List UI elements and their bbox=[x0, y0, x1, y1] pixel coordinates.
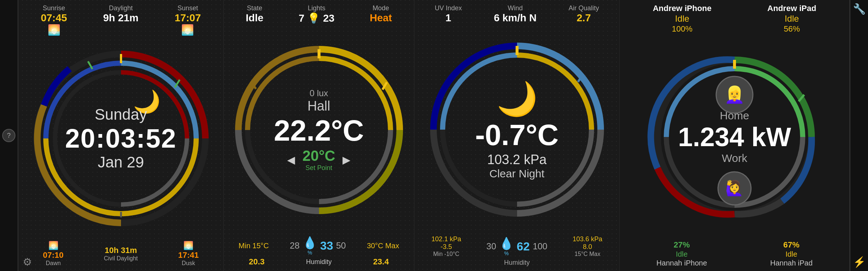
right-edge: 🔧 ⚡ bbox=[850, 0, 868, 271]
daylight-item: Daylight 9h 21m bbox=[103, 4, 139, 24]
date-display: Jan 29 bbox=[98, 153, 144, 171]
time-display: 20:03:52 bbox=[65, 123, 176, 153]
lightning-icon[interactable]: ⚡ bbox=[853, 256, 866, 268]
panels-container: Sunrise 07:45 🌅 Daylight 9h 21m Sunset 1… bbox=[18, 0, 850, 271]
weather-gauge-area: 🌙 -0.7°C 103.2 kPa Clear Night bbox=[416, 25, 618, 234]
wind-value: 6 km/h N bbox=[494, 12, 537, 24]
state-item: State Idle bbox=[246, 4, 263, 24]
pressure-min: 102.1 kPa bbox=[431, 235, 461, 243]
hannah-ipad-col: 67% Idle Hannah iPad bbox=[770, 240, 813, 267]
andrew-avatar-icon: 👱‍♀️ bbox=[724, 85, 745, 105]
sun-bottom-row: 🌅 07:10 Dawn 10h 31m Civil Daylight 🌅 17… bbox=[20, 239, 222, 268]
wind-item: Wind 6 km/h N bbox=[494, 4, 537, 24]
andrew-iphone-col: Andrew iPhone Idle 100% bbox=[653, 4, 711, 34]
daylight-label: Daylight bbox=[109, 4, 133, 12]
andrew-ipad-name: Andrew iPad bbox=[768, 4, 816, 13]
hall-gauge-area: 0 lux Hall 22.2°C ◀ 20°C Set Point ▶ bbox=[225, 26, 413, 234]
state-value: Idle bbox=[246, 12, 263, 24]
hall-top-row: State Idle Lights 7 💡 23 Mode Heat bbox=[225, 3, 413, 26]
setpoint-decrease-button[interactable]: ◀ bbox=[287, 154, 295, 166]
lights-item: Lights 7 💡 23 bbox=[299, 4, 334, 24]
clock-center: Sunday 20:03:52 Jan 29 bbox=[65, 106, 176, 171]
lux-label: 0 lux bbox=[310, 88, 328, 98]
wrench-icon[interactable]: 🔧 bbox=[853, 3, 866, 15]
sunset-item: Sunset 17:07 🌅 bbox=[175, 4, 201, 36]
dusk-label: Dusk bbox=[182, 260, 195, 267]
main-container: ? Sunrise 07:45 🌅 Daylight 9h 21m Sunset… bbox=[0, 0, 868, 271]
weather-humidity-val: 62 bbox=[517, 240, 530, 253]
sunset-icon: 🌅 bbox=[181, 24, 194, 36]
weather-humidity-row: 30 💧 % 62 100 bbox=[486, 236, 547, 256]
moon-night-icon: 🌙 bbox=[497, 80, 538, 118]
wind-label: Wind bbox=[508, 4, 523, 12]
hannah-iphone-col: 27% Idle Hannah iPhone bbox=[656, 240, 707, 267]
pressure-value: 103.2 kPa bbox=[487, 152, 546, 167]
weather-panel: UV Index 1 Wind 6 km/h N Air Quality 2.7 bbox=[414, 0, 620, 271]
hall-max-temp: 30°C Max bbox=[367, 242, 399, 250]
weather-humidity-max: 100 bbox=[533, 241, 547, 252]
state-label: State bbox=[247, 4, 262, 12]
power-panel: Andrew iPhone Idle 100% Andrew iPad Idle… bbox=[620, 0, 850, 271]
daylight-value: 9h 21m bbox=[103, 12, 139, 24]
settings-icon[interactable]: ⚙ bbox=[23, 256, 32, 268]
hall-location: Hall bbox=[307, 98, 330, 114]
hannah-iphone-pct: 27% bbox=[674, 240, 690, 250]
sunset-value: 17:07 bbox=[175, 12, 201, 24]
air-quality-item: Air Quality 2.7 bbox=[568, 4, 599, 24]
power-gauge-area: 👱‍♀️ 🙋‍♀️ Home 1.234 kW Work bbox=[621, 35, 848, 239]
lights-count-small: 7 bbox=[299, 12, 304, 24]
left-edge: ? bbox=[0, 0, 18, 271]
civil-daylight-value: 10h 31m bbox=[105, 246, 137, 255]
weather-min-temp: Min -10°C bbox=[433, 251, 459, 257]
weather-max-temp: 15°C Max bbox=[575, 251, 600, 257]
hannah-iphone-status: Idle bbox=[676, 250, 688, 259]
setpoint-increase-button[interactable]: ▶ bbox=[343, 154, 351, 166]
weather-right-val: 8.0 bbox=[583, 243, 592, 251]
dusk-icon: 🌅 bbox=[183, 241, 193, 250]
sunrise-value: 07:45 bbox=[41, 12, 67, 24]
weather-bottom-row: 102.1 kPa -3.5 Min -10°C 30 💧 % 62 100 bbox=[416, 234, 618, 268]
clock-gauge-area: 🌙 Sunday 20:03:52 Jan 29 bbox=[20, 37, 222, 239]
lights-count-large: 23 bbox=[323, 12, 334, 24]
hall-humidity-max: 50 bbox=[336, 241, 346, 251]
humidity-pct-symbol: % bbox=[308, 250, 312, 256]
hall-current-temp: 20.3 bbox=[249, 257, 265, 267]
hannah-avatar-icon: 🙋‍♀️ bbox=[725, 179, 744, 197]
andrew-ipad-pct: 56% bbox=[784, 24, 800, 34]
question-button[interactable]: ? bbox=[2, 129, 15, 142]
sun-top-row: Sunrise 07:45 🌅 Daylight 9h 21m Sunset 1… bbox=[20, 3, 222, 37]
hall-humidity-row: 28 💧 % 33 50 bbox=[290, 236, 346, 256]
power-value: 1.234 kW bbox=[678, 122, 791, 152]
hannah-ipad-status: Idle bbox=[785, 250, 797, 259]
dawn-item: 🌅 07:10 Dawn bbox=[43, 241, 63, 267]
weather-humidity-label: Humidity bbox=[504, 259, 530, 267]
hall-center: 0 lux Hall 22.2°C ◀ 20°C Set Point ▶ bbox=[274, 88, 364, 172]
civil-daylight-item: 10h 31m Civil Daylight bbox=[104, 246, 138, 262]
power-center: Home 1.234 kW Work bbox=[678, 109, 791, 165]
uv-index-label: UV Index bbox=[435, 4, 462, 12]
mode-label: Mode bbox=[373, 4, 389, 12]
humidity-droplet-icon: 💧 bbox=[303, 236, 317, 250]
hall-humidity-val: 33 bbox=[320, 239, 333, 253]
weather-humidity-pct-symbol: % bbox=[504, 250, 509, 256]
air-quality-value: 2.7 bbox=[576, 12, 591, 24]
air-quality-label: Air Quality bbox=[568, 4, 599, 12]
weather-center: 🌙 -0.7°C 103.2 kPa Clear Night bbox=[475, 80, 559, 180]
dusk-value: 17:41 bbox=[178, 250, 199, 260]
mode-value: Heat bbox=[370, 12, 392, 24]
dusk-item: 🌅 17:41 Dusk bbox=[178, 241, 199, 267]
andrew-iphone-pct: 100% bbox=[672, 24, 692, 34]
hannah-ipad-pct: 67% bbox=[783, 240, 799, 250]
bottom-devices-row: 27% Idle Hannah iPhone 67% Idle Hannah i… bbox=[621, 239, 848, 268]
day-name: Sunday bbox=[95, 106, 147, 123]
lights-label: Lights bbox=[308, 4, 325, 12]
pressure-max: 103.6 kPa bbox=[573, 235, 603, 243]
sunrise-label: Sunrise bbox=[43, 4, 65, 12]
clock-panel: Sunrise 07:45 🌅 Daylight 9h 21m Sunset 1… bbox=[18, 0, 224, 271]
weather-top-row: UV Index 1 Wind 6 km/h N Air Quality 2.7 bbox=[416, 3, 618, 25]
weather-humidity-min: 30 bbox=[486, 241, 496, 252]
uv-index-item: UV Index 1 bbox=[435, 4, 462, 24]
top-devices-row: Andrew iPhone Idle 100% Andrew iPad Idle… bbox=[621, 3, 848, 35]
weather-humidity-droplet-icon: 💧 bbox=[499, 236, 514, 250]
dawn-value: 07:10 bbox=[43, 250, 63, 260]
